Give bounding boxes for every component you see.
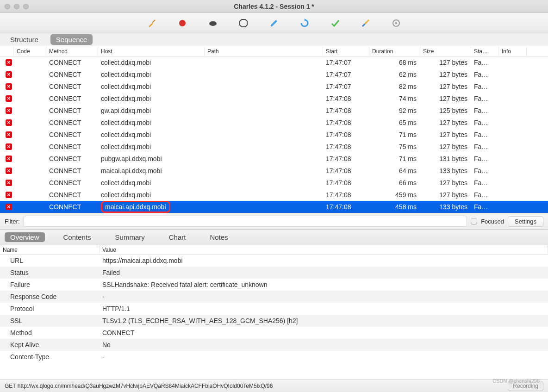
detail-row[interactable]: SSLTLSv1.2 (TLS_ECDHE_RSA_WITH_AES_128_G… [0,315,548,327]
cell-status: Fa… [471,167,499,174]
col-path[interactable]: Path [205,46,323,56]
table-row[interactable]: CONNECTgw.api.ddxq.mobi17:47:0892 ms125 … [0,105,548,117]
detail-col-value: Value [100,245,548,254]
detail-value: TLSv1.2 (TLS_ECDHE_RSA_WITH_AES_128_GCM_… [100,317,548,324]
tools-icon[interactable] [361,18,371,28]
cell-method: CONNECT [46,179,98,187]
cell-duration: 459 ms [369,191,420,199]
detail-row[interactable]: FailureSSLHandshake: Received fatal aler… [0,279,548,291]
detail-row[interactable]: ProtocolHTTP/1.1 [0,303,548,315]
cell-start: 17:47:07 [323,71,369,78]
cell-host: maicai.api.ddxq.mobi [98,167,205,174]
subtab-summary[interactable]: Summary [110,232,150,242]
cell-start: 17:47:08 [323,107,369,114]
detail-value: HTTP/1.1 [100,305,548,312]
svg-line-0 [152,20,155,23]
tab-sequence[interactable]: Sequence [50,34,93,45]
repeat-icon[interactable] [299,18,310,28]
detail-row[interactable]: Content-Type- [0,351,548,363]
cell-method: CONNECT [46,119,98,126]
validate-icon[interactable] [330,18,340,28]
table-row[interactable]: CONNECTcollect.ddxq.mobi17:47:0865 ms127… [0,117,548,129]
tab-structure[interactable]: Structure [5,34,44,45]
table-row[interactable]: CONNECTmaicai.api.ddxq.mobi17:47:0864 ms… [0,165,548,177]
subtab-chart[interactable]: Chart [163,232,192,242]
cell-size: 127 bytes [420,83,471,90]
table-row[interactable]: CONNECTcollect.ddxq.mobi17:47:0875 ms127… [0,141,548,153]
settings-button[interactable]: Settings [508,216,543,227]
cell-size: 127 bytes [420,143,471,150]
error-icon [6,156,12,162]
cell-size: 131 bytes [420,155,471,162]
table-row[interactable]: CONNECTcollect.ddxq.mobi17:47:08459 ms12… [0,189,548,201]
table-row[interactable]: CONNECTcollect.ddxq.mobi17:47:0762 ms127… [0,68,548,81]
svg-marker-3 [240,19,247,27]
subtab-overview[interactable]: Overview [5,232,45,242]
detail-value: Failed [100,269,548,276]
cell-method: CONNECT [46,83,98,90]
cell-start: 17:47:08 [323,95,369,102]
detail-row[interactable]: MethodCONNECT [0,327,548,339]
statusbar: GET http://wx.qlogo.cn/mmhead/Q3auHgzwzM… [0,379,548,392]
table-row[interactable]: CONNECTcollect.ddxq.mobi17:47:0782 ms127… [0,81,548,93]
col-method[interactable]: Method [46,46,98,56]
cell-size: 127 bytes [420,119,471,126]
cell-status: Fa… [471,203,499,211]
detail-row[interactable]: Response Code- [0,291,548,303]
breakpoint-icon[interactable] [238,18,249,28]
cell-duration: 68 ms [369,59,420,66]
compose-icon[interactable] [269,18,279,28]
cell-duration: 66 ms [369,179,420,187]
view-tabs: Structure Sequence [0,33,548,46]
error-icon [6,83,12,90]
cell-status: Fa… [471,59,499,66]
col-code[interactable]: Code [14,46,46,56]
col-start[interactable]: Start [323,46,369,56]
cell-status: Fa… [471,143,499,150]
col-status[interactable]: Sta… [471,46,499,56]
titlebar: Charles 4.1.2 - Session 1 * [0,0,548,13]
detail-value: CONNECT [100,329,548,336]
table-row[interactable]: CONNECTmaicai.api.ddxq.mobi17:47:08458 m… [0,201,548,213]
cell-duration: 74 ms [369,95,420,102]
subtab-contents[interactable]: Contents [58,232,97,242]
broom-icon[interactable] [147,18,157,28]
table-row[interactable]: CONNECTpubgw.api.ddxq.mobi17:47:0871 ms1… [0,153,548,165]
cell-host: collect.ddxq.mobi [98,143,205,150]
table-row[interactable]: CONNECTcollect.ddxq.mobi17:47:0871 ms127… [0,129,548,141]
cell-start: 17:47:08 [323,191,369,199]
col-duration[interactable]: Duration [369,46,420,56]
status-text: GET http://wx.qlogo.cn/mmhead/Q3auHgzwzM… [5,383,273,389]
detail-name: SSL [0,317,100,324]
error-icon [6,107,12,114]
col-info[interactable]: Info [499,46,527,56]
table-row[interactable]: CONNECTcollect.ddxq.mobi17:47:0874 ms127… [0,93,548,105]
detail-row[interactable]: StatusFailed [0,267,548,279]
col-host[interactable]: Host [98,46,205,56]
cell-size: 127 bytes [420,71,471,78]
table-row[interactable]: CONNECTcollect.ddxq.mobi17:47:0768 ms127… [0,56,548,68]
cell-host: collect.ddxq.mobi [98,59,205,66]
cell-method: CONNECT [46,131,98,138]
detail-row[interactable]: Kept AliveNo [0,339,548,351]
cell-method: CONNECT [46,59,98,66]
settings-icon[interactable] [391,18,401,28]
recording-button[interactable]: Recording [508,381,543,391]
col-size[interactable]: Size [420,46,471,56]
subtab-notes[interactable]: Notes [204,232,233,242]
record-icon[interactable] [177,18,187,28]
detail-value: - [100,293,548,300]
cell-duration: 82 ms [369,83,420,90]
detail-row[interactable]: URLhttps://maicai.api.ddxq.mobi [0,255,548,267]
filter-input[interactable] [24,216,467,227]
cell-start: 17:47:08 [323,155,369,162]
cell-method: CONNECT [46,71,98,78]
table-row[interactable]: CONNECTcollect.ddxq.mobi17:47:0866 ms127… [0,177,548,189]
cell-start: 17:47:08 [323,179,369,187]
detail-name: Protocol [0,305,100,312]
turtle-slow-icon[interactable] [208,18,218,28]
error-icon [6,119,12,126]
cell-start: 17:47:08 [323,119,369,126]
cell-size: 133 bytes [420,167,471,174]
focused-checkbox[interactable] [471,218,477,224]
